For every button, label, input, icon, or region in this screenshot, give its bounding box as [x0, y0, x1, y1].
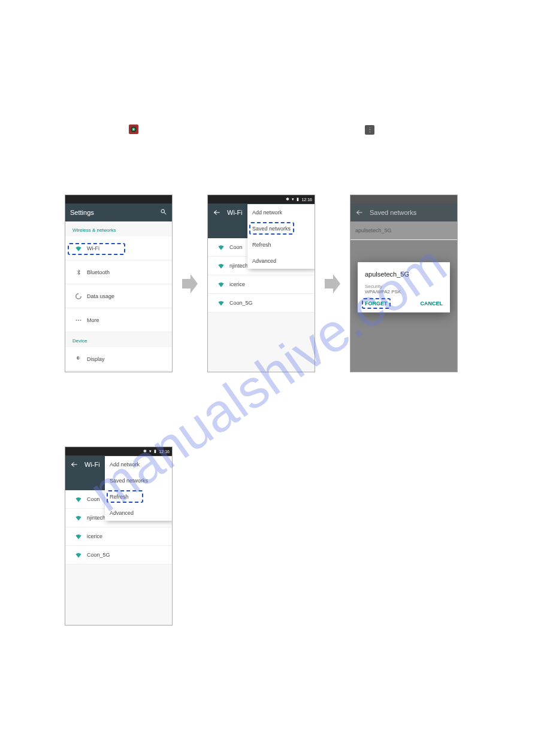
network-label: Coon_5G	[229, 300, 253, 306]
battery-status-icon: ▮	[297, 197, 299, 202]
svg-point-3	[76, 320, 77, 321]
status-bar: ✱ ▾ ▮ 12:16	[65, 447, 172, 456]
menu-saved-networks[interactable]: Saved networks	[247, 220, 315, 236]
settings-item-label: Data usage	[87, 293, 114, 299]
svg-point-4	[78, 320, 79, 321]
menu-advanced[interactable]: Advanced	[247, 253, 315, 269]
network-label: Coon_5G	[87, 552, 110, 558]
settings-item-label: Wi-Fi	[87, 245, 99, 251]
network-label: icerice	[229, 281, 245, 287]
display-icon	[70, 356, 87, 363]
security-label: Security	[365, 284, 443, 289]
bluetooth-status-icon: ✱	[286, 197, 289, 202]
wifi-signal-icon	[70, 514, 87, 522]
wifi-network[interactable]: icerice	[65, 527, 172, 546]
wifi-signal-icon	[70, 551, 87, 559]
section-device: Device	[65, 332, 172, 347]
status-bar: ✱ ▾ ▮ 12:16	[208, 195, 315, 204]
settings-item-bluetooth[interactable]: Bluetooth	[65, 260, 172, 284]
settings-item-label: Display	[87, 356, 105, 362]
section-wireless-networks: Wireless & networks	[65, 221, 172, 236]
status-bar	[350, 195, 457, 204]
menu-add-network[interactable]: Add network	[247, 204, 315, 220]
arrow-icon	[181, 272, 199, 296]
wifi-network[interactable]: Coon_5G	[208, 294, 315, 312]
menu-advanced[interactable]: Advanced	[105, 505, 172, 521]
battery-status-icon: ▮	[154, 449, 156, 454]
clock: 12:16	[301, 198, 312, 202]
page-title: Settings	[70, 209, 160, 216]
overflow-menu: Add network Saved networks Refresh Advan…	[247, 204, 315, 269]
settings-item-display[interactable]: Display	[65, 347, 172, 371]
settings-item-more[interactable]: More	[65, 308, 172, 332]
forget-button[interactable]: FORGET	[365, 300, 388, 306]
status-bar	[65, 195, 172, 204]
wifi-status-icon: ▾	[149, 449, 152, 454]
settings-item-label: Bluetooth	[87, 269, 110, 275]
settings-item-label: More	[87, 317, 99, 323]
wifi-status-icon: ▾	[292, 197, 294, 202]
menu-saved-networks[interactable]: Saved networks	[105, 472, 172, 488]
screen-wifi-menu-refresh: ✱ ▾ ▮ 12:16 Wi-Fi On Coon njintech's Hom…	[65, 447, 173, 626]
settings-item-datausage[interactable]: Data usage	[65, 284, 172, 308]
screen-saved-networks: Saved networks apulsetech_5G apulsetech_…	[350, 195, 458, 372]
cancel-button[interactable]: CANCEL	[421, 300, 443, 306]
wifi-signal-icon	[213, 262, 229, 270]
wifi-signal-icon	[70, 495, 87, 503]
menu-add-network[interactable]: Add network	[105, 456, 172, 472]
wifi-signal-icon	[70, 532, 87, 541]
back-icon[interactable]	[213, 208, 221, 217]
bluetooth-icon	[70, 269, 87, 276]
settings-item-wifi[interactable]: Wi-Fi	[65, 236, 172, 260]
wifi-network[interactable]: icerice	[208, 275, 315, 294]
data-usage-icon	[70, 293, 87, 300]
network-label: Coon	[229, 244, 243, 250]
overflow-menu: Add network Saved networks Refresh Advan…	[105, 456, 172, 521]
wifi-signal-icon	[213, 280, 229, 289]
app-bar: Saved networks	[350, 204, 457, 221]
clock: 12:16	[159, 450, 170, 454]
saved-network-item[interactable]: apulsetech_5G	[350, 221, 457, 240]
svg-point-5	[80, 320, 81, 321]
menu-refresh[interactable]: Refresh	[247, 236, 315, 253]
screen-wifi-menu-saved: ✱ ▾ ▮ 12:16 Wi-Fi On Coon njintech's Hom…	[207, 195, 315, 372]
wifi-icon	[70, 244, 87, 253]
back-icon[interactable]	[70, 460, 78, 469]
forget-network-dialog: apulsetech_5G Security WPA/WPA2 PSK FORG…	[358, 262, 450, 312]
more-icon	[70, 317, 87, 324]
app-bar: Settings	[65, 204, 172, 221]
wifi-network[interactable]: Coon_5G	[65, 546, 172, 564]
security-value: WPA/WPA2 PSK	[365, 289, 443, 294]
bluetooth-status-icon: ✱	[143, 449, 147, 454]
network-label: Coon	[87, 496, 100, 502]
page-title: Saved networks	[370, 209, 452, 216]
wifi-signal-icon	[213, 243, 229, 251]
arrow-icon	[324, 272, 341, 296]
wifi-signal-icon	[213, 299, 229, 307]
dialog-title: apulsetech_5G	[365, 271, 443, 278]
back-icon[interactable]	[355, 208, 364, 217]
vertical-dots-icon: ⋮	[365, 125, 374, 135]
svg-point-2	[133, 129, 135, 130]
network-label: apulsetech_5G	[355, 227, 392, 233]
network-label: icerice	[87, 533, 102, 539]
settings-app-icon	[129, 125, 138, 134]
menu-refresh[interactable]: Refresh	[105, 488, 172, 505]
search-icon[interactable]	[160, 208, 167, 217]
screen-settings: Settings Wireless & networks Wi-Fi Bluet…	[65, 195, 173, 372]
